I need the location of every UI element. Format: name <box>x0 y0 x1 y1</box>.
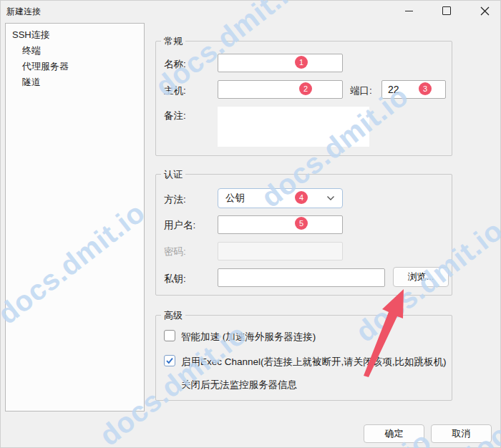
sidebar-item-terminal[interactable]: 终端 <box>22 44 41 57</box>
smart-accel-label: 智能加速 (加速海外服务器连接) <box>181 331 316 344</box>
password-input <box>218 242 343 260</box>
maximize-icon <box>442 6 451 15</box>
username-label: 用户名: <box>164 219 195 232</box>
cancel-button[interactable]: 取消 <box>431 424 492 443</box>
browse-button[interactable]: 浏览... <box>393 267 449 287</box>
private-key-input[interactable] <box>218 268 385 287</box>
port-label: 端口: <box>350 84 372 97</box>
exec-channel-note: 关闭后无法监控服务器信息 <box>181 379 297 391</box>
method-selected-value: 公钥 <box>225 192 245 205</box>
ok-button[interactable]: 确定 <box>364 424 424 443</box>
method-select[interactable]: 公钥 <box>218 188 343 208</box>
name-input[interactable] <box>218 54 343 72</box>
port-input[interactable] <box>381 80 446 99</box>
group-advanced-legend: 高级 <box>161 309 185 321</box>
notes-label: 备注: <box>164 109 186 122</box>
group-advanced: 高级 智能加速 (加速海外服务器连接) 启用Exec Channel(若连接上就… <box>155 315 452 401</box>
annotation-badge-3: 3 <box>419 82 432 95</box>
notes-textarea[interactable] <box>218 107 369 147</box>
host-input[interactable] <box>218 80 343 99</box>
username-input[interactable] <box>218 215 343 234</box>
host-label: 主机: <box>164 84 186 97</box>
group-authentication-legend: 认证 <box>161 168 185 180</box>
check-icon <box>165 356 174 365</box>
exec-channel-checkbox[interactable] <box>164 355 175 366</box>
annotation-badge-4: 4 <box>295 191 308 204</box>
sidebar-item-ssh-connection[interactable]: SSH连接 <box>12 29 50 42</box>
password-label: 密码: <box>164 245 186 258</box>
new-connection-dialog: 新建连接 SSH连接 终端 代理服务器 隧道 常规 名称: 主机: 端口: 备注… <box>0 0 501 448</box>
sidebar: SSH连接 终端 代理服务器 隧道 <box>5 23 145 412</box>
private-key-label: 私钥: <box>164 273 186 286</box>
sidebar-item-proxy-server[interactable]: 代理服务器 <box>22 60 69 73</box>
chevron-down-icon <box>326 195 335 201</box>
annotation-badge-5: 5 <box>295 217 308 230</box>
window-title: 新建连接 <box>6 6 41 18</box>
annotation-badge-2: 2 <box>299 82 312 95</box>
smart-accel-checkbox[interactable] <box>164 330 175 341</box>
name-label: 名称: <box>164 58 186 71</box>
method-label: 方法: <box>164 193 186 206</box>
close-icon <box>480 6 490 16</box>
group-general-legend: 常规 <box>161 35 185 47</box>
exec-channel-label: 启用Exec Channel(若连接上就被断开,请关闭该项,比如跳板机) <box>181 356 447 369</box>
maximize-button[interactable] <box>430 0 463 21</box>
sidebar-item-tunnel[interactable]: 隧道 <box>22 76 41 89</box>
close-button[interactable] <box>468 0 501 21</box>
minimize-button[interactable] <box>392 0 425 21</box>
minimize-icon <box>405 11 413 11</box>
annotation-badge-1: 1 <box>295 56 308 69</box>
